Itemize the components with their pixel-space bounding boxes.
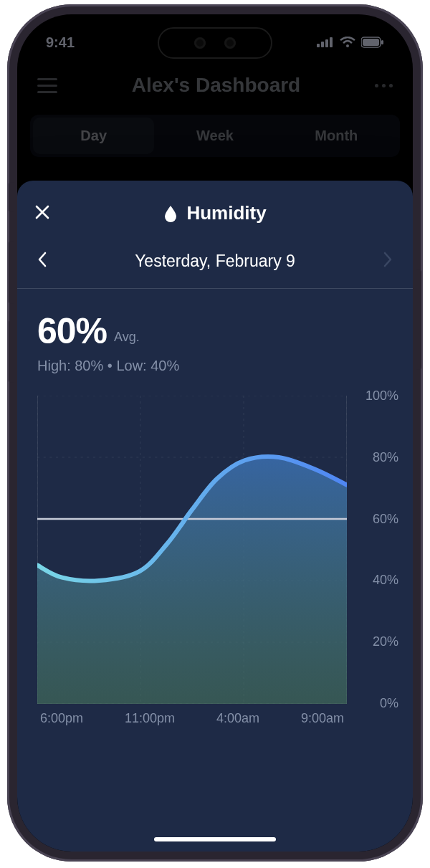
range-segmented-control[interactable]: Day Week Month [30,115,400,157]
summary-stats: 60% Avg. High: 80% • Low: 40% [17,289,413,377]
battery-icon [361,37,384,48]
svg-rect-7 [381,40,383,44]
y-tick-label: 80% [373,450,398,465]
side-power-button [416,270,421,370]
y-tick-label: 40% [373,573,398,588]
y-tick-label: 20% [373,634,398,649]
y-tick-label: 60% [373,512,398,527]
humidity-chart: 100%80%60%40%20%0% 6:00pm11:00pm4:00am9:… [37,396,398,733]
wifi-icon [340,37,355,48]
sheet-title: Humidity [186,202,266,224]
chart-y-axis: 100%80%60%40%20%0% [353,388,398,711]
close-button[interactable] [34,202,50,225]
chart-plot-area [37,396,347,704]
date-label: Yesterday, February 9 [135,252,295,271]
chart-x-axis: 6:00pm11:00pm4:00am9:00am [37,711,347,733]
chevron-left-icon [37,252,47,267]
background-app: Alex's Dashboard Day Week Month [17,60,413,157]
chevron-right-icon [383,252,393,267]
svg-rect-1 [321,42,324,47]
tab-week[interactable]: Week [154,118,275,154]
status-icons [317,37,384,48]
avg-label: Avg. [114,330,140,352]
status-bar: 9:41 [17,14,413,60]
side-volume-down [9,320,14,383]
side-volume-up [9,241,14,304]
svg-rect-3 [330,37,333,47]
dynamic-island [158,27,272,59]
tab-month[interactable]: Month [276,118,397,154]
humidity-sheet: Humidity Yesterday, February 9 60% Avg. … [17,181,413,852]
phone-frame: 9:41 Alex's Dashboard Day Week Month [7,4,423,862]
more-icon[interactable] [375,84,393,87]
close-icon [34,204,50,220]
sheet-header: Humidity [17,198,413,242]
next-day-button [383,250,393,272]
x-tick-label: 11:00pm [125,711,175,733]
app-header: Alex's Dashboard [17,60,413,110]
avg-value: 60% [37,310,107,352]
high-low-text: High: 80% • Low: 40% [37,352,393,374]
date-navigator: Yesterday, February 9 [17,242,413,289]
x-tick-label: 6:00pm [40,711,83,733]
x-tick-label: 9:00am [301,711,344,733]
screen: 9:41 Alex's Dashboard Day Week Month [17,14,413,852]
menu-icon[interactable] [37,78,57,93]
svg-rect-6 [363,39,379,46]
svg-rect-2 [325,39,328,47]
x-tick-label: 4:00am [216,711,259,733]
page-title: Alex's Dashboard [132,74,300,97]
svg-point-4 [346,44,349,47]
signal-icon [317,37,334,47]
status-time: 9:41 [46,34,75,51]
humidity-icon [163,205,178,222]
prev-day-button[interactable] [37,250,47,272]
y-tick-label: 0% [380,696,398,711]
side-silent-button [9,182,14,212]
tab-day[interactable]: Day [33,118,154,154]
home-indicator[interactable] [154,837,276,841]
y-tick-label: 100% [366,388,398,404]
svg-rect-0 [317,44,320,47]
